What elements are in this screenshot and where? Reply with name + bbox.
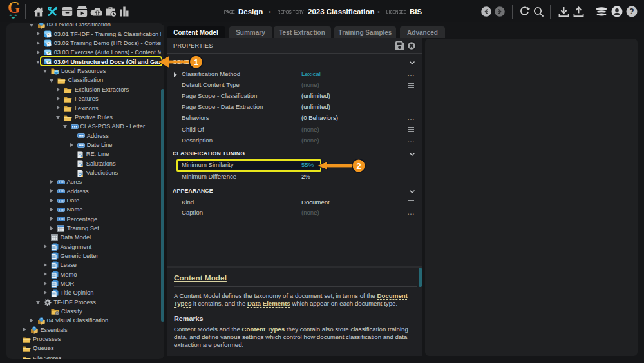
svg-text:1: 1 [194,57,198,67]
svg-text:2: 2 [356,161,361,170]
svg-text:?: ? [629,7,634,16]
